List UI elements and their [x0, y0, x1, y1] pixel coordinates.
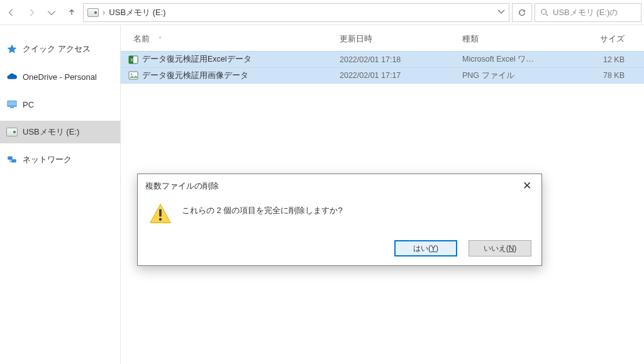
svg-rect-2: [8, 101, 16, 106]
file-name: データ復元検証用Excelデータ: [142, 54, 252, 65]
file-size: 78 KB: [562, 71, 625, 80]
column-header-date[interactable]: 更新日時: [340, 34, 462, 45]
chevron-right-icon: ›: [103, 8, 105, 17]
dialog-close-button[interactable]: ✕: [520, 179, 534, 192]
dialog-no-button[interactable]: いいえ(N): [469, 240, 531, 256]
svg-rect-4: [8, 157, 13, 160]
sidebar-item-label: OneDrive - Personal: [23, 72, 97, 82]
sidebar-item-quick-access[interactable]: クイック アクセス: [0, 38, 120, 60]
file-row[interactable]: X データ復元検証用Excelデータ 2022/02/01 17:18 Micr…: [121, 51, 644, 67]
svg-point-0: [541, 9, 547, 14]
svg-rect-5: [11, 159, 16, 162]
column-header-name[interactable]: 名前 ˄: [126, 34, 340, 45]
excel-file-icon: X: [128, 55, 138, 65]
file-type: Microsoft Excel ワ…: [462, 54, 562, 65]
drive-icon: [87, 8, 99, 17]
refresh-button[interactable]: [512, 3, 532, 22]
sort-asc-icon: ˄: [158, 36, 162, 43]
column-headers: 名前 ˄ 更新日時 種類 サイズ: [121, 30, 644, 51]
delete-confirm-dialog: 複数ファイルの削除 ✕ これらの 2 個の項目を完全に削除しますか? はい(Y)…: [137, 174, 542, 266]
navigation-sidebar: クイック アクセス OneDrive - Personal PC USBメモリ …: [0, 25, 121, 364]
image-file-icon: [128, 70, 138, 80]
file-size: 12 KB: [562, 55, 625, 64]
file-date: 2022/02/01 17:17: [340, 71, 462, 80]
drive-icon: [6, 128, 18, 136]
breadcrumb-location[interactable]: USBメモリ (E:): [109, 7, 165, 18]
sidebar-item-label: ネットワーク: [23, 154, 72, 165]
svg-rect-3: [10, 108, 14, 109]
column-header-type[interactable]: 種類: [462, 34, 562, 45]
search-placeholder: USBメモリ (E:)の: [553, 7, 618, 18]
sidebar-item-network[interactable]: ネットワーク: [0, 148, 120, 171]
search-input[interactable]: USBメモリ (E:)の: [535, 3, 641, 22]
svg-point-10: [131, 74, 133, 75]
cloud-icon: [6, 71, 18, 82]
dialog-title: 複数ファイルの削除: [145, 180, 219, 192]
file-type: PNG ファイル: [462, 70, 562, 81]
dialog-yes-button[interactable]: はい(Y): [394, 240, 457, 256]
file-row[interactable]: データ復元検証用画像データ 2022/02/01 17:17 PNG ファイル …: [121, 67, 644, 84]
sidebar-item-onedrive[interactable]: OneDrive - Personal: [0, 65, 120, 88]
nav-up-button[interactable]: [63, 4, 80, 21]
chevron-down-icon[interactable]: [497, 8, 505, 17]
file-date: 2022/02/01 17:18: [340, 55, 462, 64]
dialog-message: これらの 2 個の項目を完全に削除しますか?: [182, 202, 343, 216]
nav-forward-button[interactable]: [23, 4, 40, 21]
file-name: データ復元検証用画像データ: [142, 70, 248, 81]
sidebar-item-pc[interactable]: PC: [0, 93, 120, 116]
svg-rect-9: [129, 72, 138, 79]
network-icon: [6, 154, 18, 165]
sidebar-item-usb-drive[interactable]: USBメモリ (E:): [0, 121, 120, 143]
nav-history-button[interactable]: [43, 4, 60, 21]
pc-icon: [6, 99, 18, 110]
svg-rect-11: [159, 209, 162, 217]
column-header-size[interactable]: サイズ: [562, 34, 625, 45]
nav-back-button[interactable]: [3, 4, 20, 21]
address-bar[interactable]: › USBメモリ (E:): [83, 3, 509, 22]
sidebar-item-label: USBメモリ (E:): [23, 126, 79, 138]
svg-text:X: X: [130, 57, 134, 63]
sidebar-item-label: クイック アクセス: [23, 43, 91, 55]
search-icon: [540, 8, 549, 17]
svg-point-12: [159, 218, 162, 221]
sidebar-item-label: PC: [23, 100, 34, 109]
warning-icon: [149, 202, 172, 225]
star-icon: [6, 43, 18, 55]
